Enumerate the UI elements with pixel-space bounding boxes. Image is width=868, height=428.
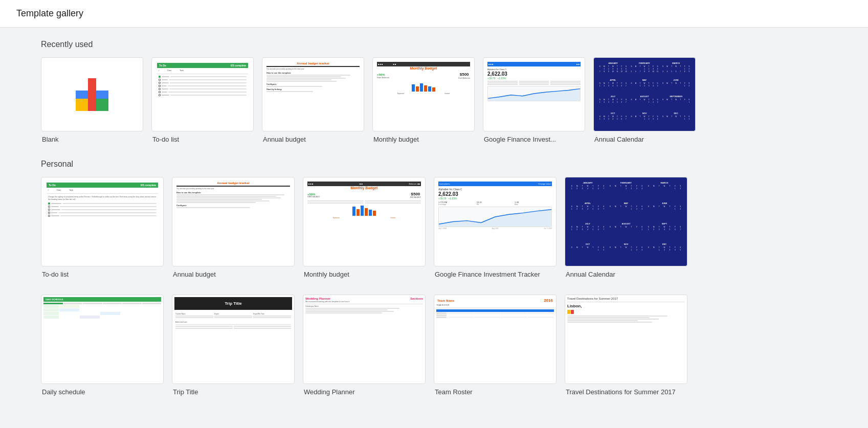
mini-cal-months-personal: JANUARY SMTWTFS 1234567 FEBRUARY SMTWTFS [569,182,683,262]
dr10 [100,308,120,311]
mini-trip-col1-line2 [175,317,213,318]
mini-row-date-7 [162,95,169,96]
mini-checkbox-p5 [48,215,50,217]
mini-f-line-4 [519,81,549,82]
mini-daily-col-h5 [122,303,142,304]
mini-month-oct: OCT SMTWTFS 1234567 [598,112,628,127]
mini-p-cal-jun: SMTWTFS 12 [646,206,683,210]
todo-personal-inner: To Do 0/3 complete ✓ Date Task Change th… [44,181,160,263]
travel-inner: Travel Destinations for Summer 2017 Lisb… [565,295,687,384]
mini-team-table-header [436,309,554,312]
mini-month-label-sep: SEPTEMBER [661,95,691,98]
template-card-trip[interactable]: Trip Title Traveler Name Depart [172,295,295,396]
bottom-section: DAILY SCHEDULE [41,295,827,396]
mini-todo-complete: 0/3 complete [231,64,246,67]
svg-rect-2 [76,99,88,111]
mini-row-date-5 [162,88,168,89]
mini-line-4 [266,79,331,80]
template-card-wedding[interactable]: Wedding Planner We recommend starting wi… [303,295,426,396]
template-label-blank: Blank [41,136,143,143]
mini-monthly-title-personal: Monthly Budget [307,186,421,190]
template-card-monthly-personal[interactable]: ■ ■ ■ ■ ■ Balance: ■■ Monthly Budget +50… [303,177,426,278]
mini-bar-2 [416,86,419,92]
mini-col-date-personal: Date [57,189,67,191]
mini-todo-text-personal: Change the styling of completed items un… [47,195,158,202]
mini-cal-months-grid: JANUARY SMTWTFS 123456 78910111213 FEBRU… [598,62,691,127]
mini-trip-subtitle: Airline and Costs [174,320,292,324]
template-card-blank[interactable]: Blank [41,57,143,143]
mini-travel-line-4 [567,320,638,321]
mini-wedding-line-4 [305,312,382,313]
mini-month-label-apr: APRIL [598,79,628,81]
mini-tr-3-5 [528,317,554,318]
mini-travel-line-1 [567,316,667,317]
mini-cal-days-mar: SMTWTFS 12 3456789 [661,65,691,73]
mini-m-row-4 [365,202,421,204]
mini-tr-2-1 [436,314,447,316]
template-card-calendar-personal[interactable]: JANUARY SMTWTFS 1234567 FEBRUARY SMTWTFS [565,177,687,278]
template-preview-blank [41,57,143,131]
dr15 [80,312,100,315]
template-card-annual-recent[interactable]: Annual budget tracker You can track your… [262,57,364,143]
template-card-calendar-recent[interactable]: JANUARY SMTWTFS 123456 78910111213 FEBRU… [593,57,696,143]
mini-month-jan: JANUARY SMTWTFS 123456 78910111213 [598,62,628,77]
dr1 [43,305,59,308]
template-card-todo-personal[interactable]: To Do 0/3 complete ✓ Date Task Change th… [41,177,164,278]
recently-used-grid: Blank To Do 0/3 complete ✓ Date Task [41,57,827,143]
mini-p-month-lbl-jan: JANUARY [569,182,606,184]
dr12 [141,308,161,311]
mini-finance-company: Alphabet Inc Class C [487,68,581,71]
personal-grid: To Do 0/3 complete ✓ Date Task Change th… [41,177,827,278]
mini-bar-6 [432,87,435,92]
dr22 [100,316,120,319]
mini-tr-2-3 [474,314,501,316]
mini-trip-costs [174,325,292,330]
template-card-finance-personal[interactable]: Instructions Change ticker Alphabet Inc … [434,177,557,278]
template-card-monthly-recent[interactable]: ■ ■ ■ ■ ■ Monthly Budget +50% Start Bala… [372,57,475,143]
mini-row-task-4 [168,85,247,86]
mini-bar-labels-personal: Expenses Income [307,217,421,219]
mini-monthly-percent: +50% Start Balance [377,73,389,79]
mini-month-label-feb: FEBRUARY [630,62,660,64]
template-card-team[interactable]: Team Name 2016 TEAM ROSTER [434,295,557,396]
template-card-finance-recent[interactable]: ■ ■ ■ ■ ■ Alphabet Inc Class C 2,622.03 … [483,57,585,143]
mini-p-month-sep: SEPT SMTWTFS 1234567 [646,222,683,241]
mini-line-2 [266,76,341,77]
team-inner: Team Name 2016 TEAM ROSTER [434,295,556,384]
mini-monthly-percent-personal: +50% START BALANCE [307,193,320,198]
mini-cal-days-sep: SMTWTFS 1 [661,99,691,103]
mini-p-line-4 [176,199,262,200]
mini-tr-3-2 [447,317,474,318]
mini-row-task-p1 [62,203,157,204]
mini-p-cal-jan: SMTWTFS 1234567 [569,185,606,190]
mini-th-1 [436,310,447,311]
template-preview-monthly-personal: ■ ■ ■ ■ ■ Balance: ■■ Monthly Budget +50… [303,177,426,266]
template-card-daily[interactable]: DAILY SCHEDULE [41,295,164,396]
mini-daily-grid [43,303,161,304]
template-preview-annual-recent: Annual budget tracker You can track your… [262,57,364,131]
template-card-travel[interactable]: Travel Destinations for Summer 2017 Lisb… [565,295,687,396]
mini-month-nov: NOV SMTWTFS 1234 [630,112,660,127]
mini-finance-change-personal: +39.78 [438,197,446,200]
template-card-todo-recent[interactable]: To Do 0/3 complete ✓ Date Task [151,57,254,143]
mini-p-cal-may: SMTWTFS 123 [608,206,644,210]
template-card-annual-personal[interactable]: Annual budget tracker You can track your… [172,177,295,278]
mini-todo-header-personal: To Do 0/3 complete [47,183,158,188]
mini-p-line-2 [176,196,276,197]
mini-col-check: ✓ [158,69,165,72]
mini-annual-subtitle-personal: You can track your monthly spending for … [176,188,290,190]
mini-chart-dates: July 5, 2016 Aug 2021 Jun 3, 2019 [438,228,552,230]
mini-trip-col2-line [214,316,252,317]
mini-p-month-lbl-may: MAY [608,202,644,205]
mini-month-jul: JULY SMTWTFS 1234567 [598,95,628,110]
mini-row-task-3 [170,82,247,83]
mini-month-sep: SEPTEMBER SMTWTFS 1 [661,95,691,110]
template-preview-calendar-recent: JANUARY SMTWTFS 123456 78910111213 FEBRU… [593,57,696,131]
template-label-monthly-recent: Monthly budget [372,136,475,143]
mini-bar-container [377,81,470,92]
mini-cal-days-dec: SMTWTFS 12 [661,116,691,120]
mini-wedding-text-1: Subcategory Name: [305,305,423,307]
mini-bar-3 [420,83,423,92]
mini-tr-1-5 [528,312,554,314]
personal-section-title: Personal [41,160,827,169]
